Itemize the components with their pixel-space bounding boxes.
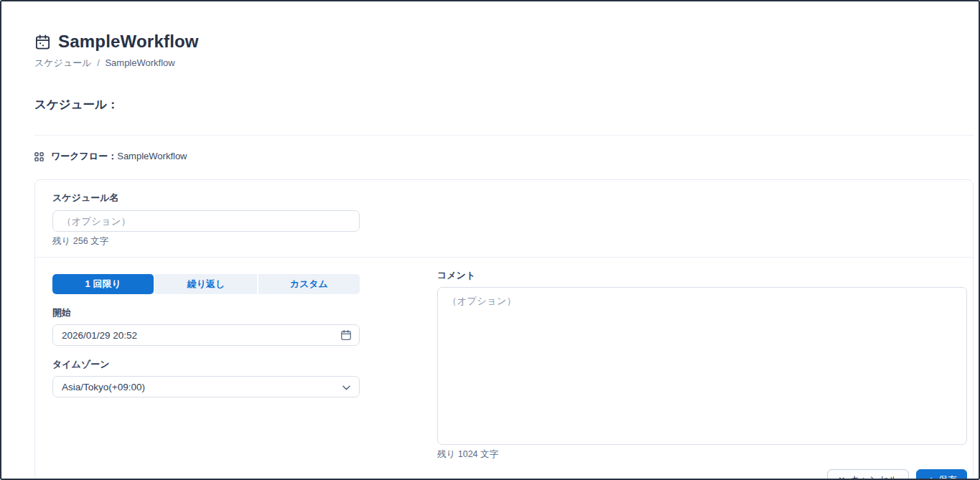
save-button-label: 保存 <box>938 474 957 480</box>
comment-label: コメント <box>437 269 967 282</box>
breadcrumb-schedules-link[interactable]: スケジュール <box>34 57 92 68</box>
chevron-down-icon <box>342 382 350 392</box>
start-datetime-input[interactable] <box>52 324 360 346</box>
schedule-name-remaining-chars: 残り 256 文字 <box>52 235 956 248</box>
page-title: SampleWorkflow <box>58 32 199 52</box>
close-icon: ✕ <box>838 476 845 480</box>
cancel-button[interactable]: ✕ キャンセル <box>827 469 909 480</box>
breadcrumb: スケジュール / SampleWorkflow <box>34 57 974 70</box>
page-header: SampleWorkflow スケジュール / SampleWorkflow <box>34 1 974 70</box>
schedule-name-input[interactable] <box>52 210 360 232</box>
check-icon: ✓ <box>926 476 933 480</box>
timezone-selected-value: Asia/Tokyo(+09:00) <box>62 382 145 392</box>
breadcrumb-separator: / <box>97 57 100 68</box>
start-datetime-field <box>52 324 360 346</box>
comment-textarea[interactable] <box>437 287 967 445</box>
calendar-event-icon <box>34 34 51 50</box>
workflow-name: SampleWorkflow <box>117 151 187 161</box>
workflow-label: ワークフロー： <box>51 151 117 161</box>
tab-custom[interactable]: カスタム <box>257 274 360 294</box>
breadcrumb-current: SampleWorkflow <box>105 57 174 68</box>
workflow-icon <box>34 152 44 161</box>
schedule-section-heading: スケジュール： <box>34 97 974 113</box>
calendar-picker-icon[interactable] <box>340 329 352 341</box>
comment-remaining-chars: 残り 1024 文字 <box>437 448 967 461</box>
schedule-form-card: スケジュール名 残り 256 文字 1 回限り 繰り返し カスタム 開始 <box>34 179 974 480</box>
section-divider <box>34 135 974 136</box>
schedule-type-tabs: 1 回限り 繰り返し カスタム <box>52 274 360 294</box>
workflow-row: ワークフロー：SampleWorkflow <box>34 150 974 163</box>
timezone-label: タイムゾーン <box>52 358 360 371</box>
schedule-name-label: スケジュール名 <box>52 192 956 204</box>
form-actions: ✕ キャンセル ✓ 保存 <box>437 469 967 480</box>
save-button[interactable]: ✓ 保存 <box>916 469 967 480</box>
start-label: 開始 <box>52 306 360 319</box>
tab-one-time[interactable]: 1 回限り <box>52 274 154 294</box>
timezone-select[interactable]: Asia/Tokyo(+09:00) <box>52 376 360 397</box>
app-window: SampleWorkflow スケジュール / SampleWorkflow ス… <box>0 0 980 480</box>
cancel-button-label: キャンセル <box>850 474 898 480</box>
tab-recurring[interactable]: 繰り返し <box>154 274 256 294</box>
